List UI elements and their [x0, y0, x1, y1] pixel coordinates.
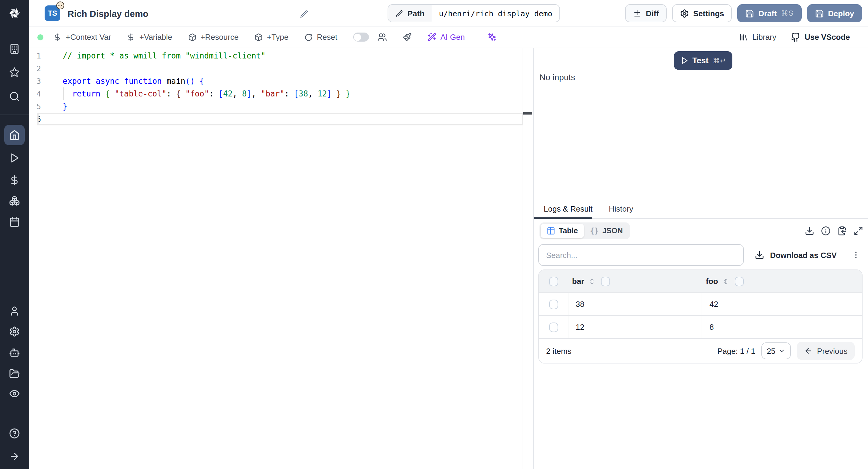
previous-page-button[interactable]: Previous — [797, 342, 855, 360]
sidebar-item-runs[interactable] — [0, 153, 29, 163]
sidebar-item-users[interactable] — [0, 306, 29, 316]
library-label: Library — [752, 33, 776, 41]
settings-button-label: Settings — [693, 9, 724, 18]
assistant-toggle[interactable] — [353, 33, 369, 41]
toggle-knob — [354, 33, 361, 41]
use-vscode-button[interactable]: Use VScode — [791, 32, 850, 42]
test-button[interactable]: Test ⌘↵ — [674, 51, 733, 70]
ai-gen-button[interactable]: AI Gen — [427, 33, 465, 41]
column-checkbox[interactable] — [601, 276, 610, 286]
draft-button[interactable]: Draft ⌘S — [738, 4, 802, 22]
sidebar-item-search[interactable] — [0, 91, 29, 102]
code-line[interactable]: 5} — [29, 100, 533, 113]
edit-title-button[interactable] — [300, 8, 309, 19]
table-row: 128 — [539, 316, 862, 339]
sidebar-item-workspace[interactable] — [0, 43, 29, 54]
sidebar — [0, 0, 29, 469]
code-editor[interactable]: 1// import * as wmill from "windmill-cli… — [29, 48, 533, 469]
header: TS Rich Display demo Path u/henri/rich_d… — [29, 0, 868, 27]
items-count: 2 items — [546, 346, 571, 355]
download-result-icon[interactable] — [805, 226, 814, 236]
copy-result-icon[interactable] — [837, 226, 847, 236]
sidebar-item-help[interactable] — [0, 428, 29, 439]
diff-button-label: Diff — [646, 9, 659, 18]
sidebar-item-resources[interactable] — [0, 195, 29, 206]
ai-gen-label: AI Gen — [440, 33, 465, 41]
sidebar-item-home[interactable] — [0, 130, 29, 140]
sidebar-item-workers[interactable] — [0, 347, 29, 358]
add-type-button[interactable]: +Type — [254, 33, 289, 41]
add-context-var-button[interactable]: +Context Var — [53, 33, 111, 41]
dollar-icon — [127, 33, 135, 41]
table-search-row: Download as CSV — [538, 244, 861, 266]
code-line[interactable]: 2 — [29, 62, 533, 75]
table-menu-button[interactable] — [851, 250, 861, 260]
code-line-content — [37, 113, 523, 125]
title-cluster: TS Rich Display demo — [44, 0, 148, 27]
test-button-label: Test — [692, 56, 709, 65]
path-control[interactable]: Path u/henri/rich_display_demo — [388, 4, 560, 22]
add-resource-button[interactable]: +Resource — [188, 33, 239, 41]
line-number: 1 — [29, 50, 41, 62]
deploy-button[interactable]: Deploy — [807, 4, 862, 22]
sidebar-expand-button[interactable] — [0, 451, 29, 462]
page-size-select[interactable]: 25 — [761, 342, 791, 359]
sort-icon[interactable] — [722, 278, 730, 285]
view-mode-table[interactable]: Table — [541, 224, 584, 238]
code-line[interactable]: 6 — [29, 113, 533, 125]
add-context-var-label: +Context Var — [66, 33, 111, 41]
sidebar-item-settings[interactable] — [0, 326, 29, 337]
result-table: bar foo 3842128 2 items Page: 1 / 1 25 — [538, 270, 863, 364]
path-button[interactable]: Path — [388, 5, 432, 22]
multiplayer-button[interactable] — [377, 32, 387, 42]
add-variable-button[interactable]: +Variable — [127, 33, 173, 41]
active-tab-underline — [534, 217, 592, 219]
add-type-label: +Type — [267, 33, 289, 41]
diff-button[interactable]: Diff — [625, 4, 667, 22]
select-all-checkbox[interactable] — [549, 276, 558, 286]
path-value: u/henri/rich_display_demo — [432, 5, 559, 22]
windmill-logo[interactable] — [0, 5, 29, 21]
view-mode-json-label: JSON — [602, 227, 623, 235]
code-line-content: // import * as wmill from "windmill-clie… — [41, 50, 533, 62]
view-mode-json[interactable]: {} JSON — [584, 224, 629, 238]
sidebar-item-favorites[interactable] — [0, 67, 29, 78]
sidebar-item-audit-logs[interactable] — [0, 388, 29, 399]
library-button[interactable]: Library — [739, 33, 776, 41]
sidebar-item-folders[interactable] — [0, 368, 29, 379]
paintbrush-icon — [402, 33, 411, 41]
download-csv-button[interactable]: Download as CSV — [755, 250, 837, 260]
download-csv-label: Download as CSV — [770, 250, 837, 259]
no-inputs-message: No inputs — [539, 72, 575, 82]
typescript-badge: TS — [44, 5, 60, 21]
editor-scrollbar-track[interactable] — [523, 48, 523, 469]
code-line[interactable]: 1// import * as wmill from "windmill-cli… — [29, 50, 533, 62]
sidebar-item-schedules[interactable] — [0, 216, 29, 227]
row-checkbox[interactable] — [549, 299, 558, 309]
format-button[interactable] — [402, 33, 411, 41]
sidebar-item-variables[interactable] — [0, 175, 29, 186]
settings-button[interactable]: Settings — [672, 4, 732, 22]
diff-icon — [633, 9, 642, 18]
save-icon — [745, 9, 754, 18]
search-input[interactable] — [538, 244, 744, 266]
tab-logs-result[interactable]: Logs & Result — [544, 198, 592, 219]
column-checkbox[interactable] — [735, 276, 744, 286]
arrow-left-icon — [804, 347, 813, 355]
sort-icon[interactable] — [588, 278, 595, 285]
code-line[interactable]: 3export async function main() { — [29, 75, 533, 87]
wand-icon — [427, 33, 436, 41]
ai-sparkles-button[interactable] — [488, 33, 497, 41]
result-tabbar: Logs & Result History — [534, 198, 868, 219]
code-line[interactable]: 4 return { "table-col": { "foo": [42, 8]… — [29, 87, 533, 100]
line-number: 4 — [29, 87, 41, 100]
bun-runtime-icon — [56, 1, 64, 10]
line-number: 2 — [29, 62, 41, 75]
reset-icon — [304, 33, 313, 41]
info-icon[interactable] — [821, 226, 831, 236]
expand-result-icon[interactable] — [854, 226, 863, 236]
row-checkbox[interactable] — [549, 322, 558, 332]
reset-label: Reset — [317, 33, 337, 41]
tab-history[interactable]: History — [609, 198, 633, 219]
reset-button[interactable]: Reset — [304, 33, 337, 41]
